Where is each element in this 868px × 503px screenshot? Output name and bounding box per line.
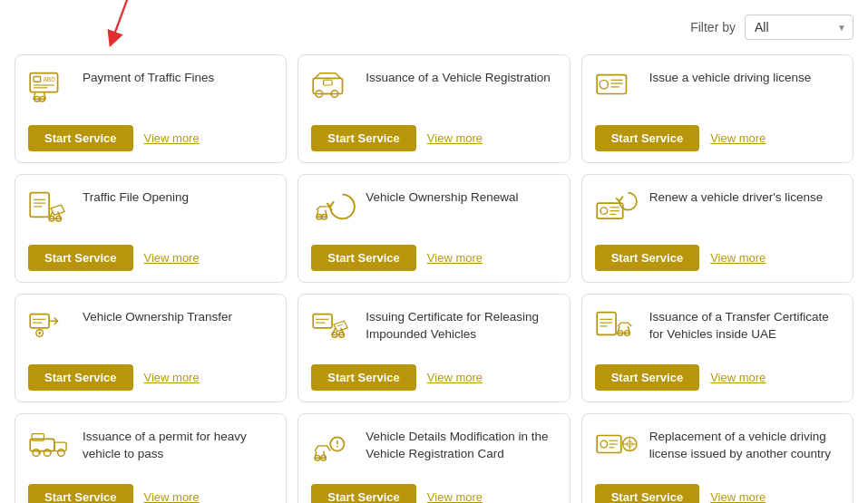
svg-point-27 bbox=[600, 208, 608, 215]
card-title-vehicle-ownership-renewal: Vehicle Ownership Renewal bbox=[366, 188, 518, 207]
card-actions: Start Service View more bbox=[595, 484, 840, 503]
card-replacement-driving-license: Replacement of a vehicle driving license… bbox=[581, 413, 853, 503]
card-top: Vehicle Ownership Transfer bbox=[28, 307, 273, 352]
card-actions: Start Service View more bbox=[28, 364, 273, 391]
card-actions: Start Service View more bbox=[311, 245, 556, 271]
card-top: Vehicle Details Modification in the Vehi… bbox=[311, 427, 556, 471]
heavy-vehicle-icon bbox=[28, 427, 73, 461]
card-title-vehicle-ownership-transfer: Vehicle Ownership Transfer bbox=[83, 307, 232, 326]
start-service-button-8[interactable]: Start Service bbox=[595, 364, 700, 391]
card-traffic-file-opening: Traffic File Opening Start Service View … bbox=[15, 174, 287, 283]
services-grid: ABD Payment of Traffic Fines Start Servi… bbox=[15, 54, 853, 503]
view-more-link-6[interactable]: View more bbox=[144, 371, 200, 384]
svg-point-60 bbox=[336, 445, 338, 447]
card-title-payment-traffic-fines: Payment of Traffic Fines bbox=[83, 68, 214, 87]
card-issue-driving-license: Issue a vehicle driving license Start Se… bbox=[581, 54, 853, 163]
view-more-link-2[interactable]: View more bbox=[710, 131, 766, 145]
start-service-button-7[interactable]: Start Service bbox=[311, 364, 416, 391]
view-more-link-9[interactable]: View more bbox=[144, 490, 200, 503]
card-actions: Start Service View more bbox=[595, 245, 840, 271]
card-actions: Start Service View more bbox=[28, 245, 273, 271]
svg-rect-13 bbox=[597, 75, 626, 94]
card-issuing-certificate-impounded: Issuing Certificate for Releasing Impoun… bbox=[297, 294, 570, 402]
svg-rect-43 bbox=[597, 313, 616, 335]
view-more-link-10[interactable]: View more bbox=[427, 490, 483, 503]
card-top: Traffic File Opening bbox=[28, 188, 273, 232]
svg-rect-31 bbox=[30, 314, 49, 328]
replacement-license-icon bbox=[595, 427, 640, 461]
card-vehicle-ownership-renewal: Vehicle Ownership Renewal Start Service … bbox=[297, 174, 570, 283]
card-vehicle-details-modification: Vehicle Details Modification in the Vehi… bbox=[297, 413, 570, 503]
card-actions: Start Service View more bbox=[311, 364, 556, 391]
card-vehicle-ownership-transfer: Vehicle Ownership Transfer Start Service… bbox=[15, 294, 287, 402]
card-title-replacement-driving-license: Replacement of a vehicle driving license… bbox=[649, 427, 840, 463]
ownership-transfer-icon bbox=[28, 307, 73, 342]
vehicle-registration-icon bbox=[311, 68, 356, 102]
card-permit-heavy-vehicle: Issuance of a permit for heavy vehicle t… bbox=[15, 413, 287, 503]
card-title-issuance-vehicle-registration: Issuance of a Vehicle Registration bbox=[366, 68, 550, 87]
ownership-renewal-icon bbox=[311, 188, 356, 222]
view-more-link-5[interactable]: View more bbox=[710, 251, 766, 265]
filter-select-wrapper[interactable]: All Traffic Vehicle License bbox=[745, 15, 853, 40]
card-top: Replacement of a vehicle driving license… bbox=[595, 427, 840, 471]
vehicle-details-icon bbox=[311, 427, 356, 461]
driving-license-icon bbox=[595, 68, 640, 102]
card-top: Issuance of a permit for heavy vehicle t… bbox=[28, 427, 273, 471]
card-actions: Start Service View more bbox=[311, 125, 556, 151]
card-payment-traffic-fines: ABD Payment of Traffic Fines Start Servi… bbox=[15, 54, 287, 163]
start-service-button-9[interactable]: Start Service bbox=[28, 484, 133, 503]
card-title-issue-driving-license: Issue a vehicle driving license bbox=[649, 68, 812, 87]
start-service-button-3[interactable]: Start Service bbox=[28, 245, 133, 271]
view-more-link-1[interactable]: View more bbox=[427, 131, 483, 145]
svg-point-53 bbox=[58, 450, 65, 457]
card-top: Vehicle Ownership Renewal bbox=[311, 188, 556, 232]
svg-rect-2 bbox=[34, 77, 41, 82]
start-service-button-1[interactable]: Start Service bbox=[311, 125, 416, 151]
card-actions: Start Service View more bbox=[311, 484, 556, 503]
view-more-link-7[interactable]: View more bbox=[427, 371, 483, 384]
view-more-link-4[interactable]: View more bbox=[427, 251, 483, 265]
transfer-certificate-icon bbox=[595, 307, 640, 342]
card-title-traffic-file-opening: Traffic File Opening bbox=[83, 188, 189, 207]
svg-text:ABD: ABD bbox=[43, 76, 55, 82]
svg-rect-18 bbox=[30, 193, 49, 218]
start-service-button-4[interactable]: Start Service bbox=[311, 245, 416, 271]
start-service-button-2[interactable]: Start Service bbox=[595, 125, 700, 151]
traffic-fines-icon: ABD bbox=[28, 68, 73, 102]
card-title-vehicle-details-modification: Vehicle Details Modification in the Vehi… bbox=[366, 427, 556, 463]
card-actions: Start Service View more bbox=[28, 125, 273, 151]
svg-rect-12 bbox=[324, 80, 333, 85]
filter-select[interactable]: All Traffic Vehicle License bbox=[745, 15, 853, 40]
view-more-link-8[interactable]: View more bbox=[710, 371, 766, 384]
start-service-button-5[interactable]: Start Service bbox=[595, 245, 700, 271]
view-more-link-11[interactable]: View more bbox=[710, 490, 766, 503]
svg-point-14 bbox=[600, 80, 609, 89]
impounded-certificate-icon bbox=[311, 307, 356, 342]
traffic-file-icon bbox=[28, 188, 73, 222]
svg-point-55 bbox=[38, 451, 41, 454]
card-actions: Start Service View more bbox=[595, 125, 840, 151]
svg-point-35 bbox=[38, 332, 41, 334]
card-actions: Start Service View more bbox=[28, 484, 273, 503]
start-service-button-0[interactable]: Start Service bbox=[28, 125, 133, 151]
svg-rect-37 bbox=[314, 314, 333, 328]
filter-bar: Filter by All Traffic Vehicle License bbox=[15, 15, 853, 40]
renew-license-icon bbox=[595, 188, 640, 222]
svg-point-62 bbox=[600, 440, 608, 448]
start-service-button-6[interactable]: Start Service bbox=[28, 364, 133, 391]
start-service-button-10[interactable]: Start Service bbox=[311, 484, 416, 503]
card-title-issuing-certificate-impounded: Issuing Certificate for Releasing Impoun… bbox=[366, 307, 556, 343]
card-top: Issuance of a Transfer Certificate for V… bbox=[595, 307, 840, 352]
card-top: Issuance of a Vehicle Registration bbox=[311, 68, 556, 112]
view-more-link-0[interactable]: View more bbox=[144, 131, 200, 145]
card-issuance-vehicle-registration: Issuance of a Vehicle Registration Start… bbox=[297, 54, 570, 163]
view-more-link-3[interactable]: View more bbox=[144, 251, 200, 265]
svg-line-42 bbox=[337, 324, 343, 326]
card-top: ABD Payment of Traffic Fines bbox=[28, 68, 273, 112]
card-top: Renew a vehicle driver's license bbox=[595, 188, 840, 232]
card-title-permit-heavy-vehicle: Issuance of a permit for heavy vehicle t… bbox=[83, 427, 273, 463]
card-transfer-certificate-uae: Issuance of a Transfer Certificate for V… bbox=[581, 294, 853, 402]
card-top: Issuing Certificate for Releasing Impoun… bbox=[311, 307, 556, 352]
card-actions: Start Service View more bbox=[595, 364, 840, 391]
start-service-button-11[interactable]: Start Service bbox=[595, 484, 700, 503]
